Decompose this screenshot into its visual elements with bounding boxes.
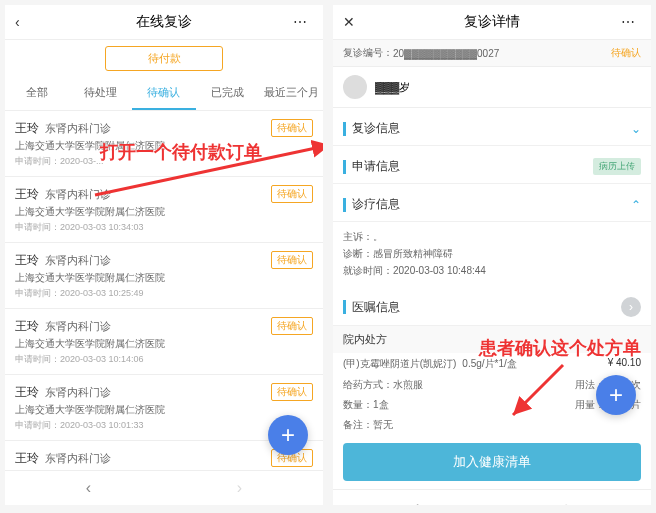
section-apply: 申请信息 病历上传 (333, 150, 651, 184)
item-hospital: 上海交通大学医学院附属仁济医院 (15, 205, 313, 219)
item-dept: 东肾内科门诊 (45, 451, 111, 466)
item-time: 申请时间：2020-03-03 10:25:49 (15, 287, 313, 300)
header: ‹ 在线复诊 ⋯ (5, 5, 323, 40)
item-status: 待确认 (271, 383, 313, 401)
nav-forward-icon[interactable]: › (237, 479, 242, 497)
item-dept: 东肾内科门诊 (45, 121, 111, 136)
section-followup: 复诊信息 ⌄ (333, 112, 651, 146)
item-hospital: 上海交通大学医学院附属仁济医院 (15, 337, 313, 351)
add-to-health-list-button[interactable]: 加入健康清单 (343, 443, 641, 481)
rx-price: ¥ 40.10 (608, 357, 641, 371)
item-status: 待确认 (271, 251, 313, 269)
close-icon[interactable]: ✕ (343, 14, 363, 30)
item-name: 王玲 (15, 186, 39, 203)
diagnosis-body: 主诉：。 诊断：感冒所致精神障碍 就诊时间：2020-03-03 10:48:4… (333, 222, 651, 285)
item-name: 王玲 (15, 252, 39, 269)
tab-confirm[interactable]: 待确认 (132, 77, 196, 110)
avatar (343, 75, 367, 99)
item-time: 申请时间：2020-03-03 10:34:03 (15, 221, 313, 234)
header: ✕ 复诊详情 ⋯ (333, 5, 651, 40)
tab-all[interactable]: 全部 (5, 77, 69, 110)
chevron-down-icon: ⌄ (631, 122, 641, 136)
tab-done[interactable]: 已完成 (196, 77, 260, 110)
svg-line-1 (513, 365, 563, 415)
arrow-red-right (503, 360, 583, 430)
rx-drug-name: (甲)克霉唑阴道片(凯妮汀) (343, 357, 456, 371)
patient-info: ▓▓▓岁 (375, 80, 410, 95)
bottom-nav: ‹ › (5, 470, 323, 505)
section-header-apply[interactable]: 申请信息 病历上传 (333, 150, 651, 184)
item-dept: 东肾内科门诊 (45, 319, 111, 334)
section-header-diagnosis[interactable]: 诊疗信息 ⌃ (333, 188, 651, 222)
item-name: 王玲 (15, 318, 39, 335)
add-button[interactable]: + (268, 415, 308, 455)
chevron-up-icon: ⌃ (631, 198, 641, 212)
item-hospital: 上海交通大学医学院附属仁济医院 (15, 271, 313, 285)
more-icon[interactable]: ⋯ (621, 14, 641, 30)
section-doctor-order: 医嘱信息 › 院内处方 (甲)克霉唑阴道片(凯妮汀) 0.5g/片*1/盒 ¥ … (333, 289, 651, 435)
order-no-label: 复诊编号： (343, 46, 393, 60)
item-hospital: 上海交通大学医学院附属仁济医院 (15, 403, 313, 417)
add-button[interactable]: + (596, 375, 636, 415)
nav-back-icon[interactable]: ‹ (414, 498, 419, 505)
section-header-doctor-order[interactable]: 医嘱信息 › (333, 289, 651, 326)
section-header-followup[interactable]: 复诊信息 ⌄ (333, 112, 651, 146)
tab-recent[interactable]: 最近三个月 (259, 77, 323, 110)
order-number-row: 复诊编号： 20▓▓▓▓▓▓▓▓▓▓0027 待确认 (333, 40, 651, 67)
rx-drug-row: (甲)克霉唑阴道片(凯妮汀) 0.5g/片*1/盒 ¥ 40.10 (333, 353, 651, 375)
rx-inner-title: 院内处方 (333, 326, 651, 353)
order-status: 待确认 (611, 46, 641, 60)
item-status: 待确认 (271, 317, 313, 335)
item-dept: 东肾内科门诊 (45, 385, 111, 400)
substatus-badge: 待付款 (105, 46, 223, 71)
tabs: 全部 待处理 待确认 已完成 最近三个月 (5, 77, 323, 111)
item-name: 王玲 (15, 384, 39, 401)
item-dept: 东肾内科门诊 (45, 253, 111, 268)
nav-forward-icon[interactable]: › (565, 498, 570, 505)
order-no: 20▓▓▓▓▓▓▓▓▓▓0027 (393, 48, 499, 59)
back-icon[interactable]: ‹ (15, 14, 35, 30)
list-item[interactable]: 王玲 东肾内科门诊 待确认 上海交通大学医学院附属仁济医院 申请时间：2020-… (5, 309, 323, 375)
more-icon[interactable]: ⋯ (293, 14, 313, 30)
arrow-red-left (90, 135, 323, 205)
page-title: 在线复诊 (35, 13, 293, 31)
item-name: 王玲 (15, 450, 39, 467)
tab-pending[interactable]: 待处理 (69, 77, 133, 110)
rx-note-row: 备注：暂无 (333, 415, 651, 435)
phone-left: ‹ 在线复诊 ⋯ 待付款 全部 待处理 待确认 已完成 最近三个月 王玲 东肾内… (5, 5, 323, 505)
bottom-nav: ‹ › (333, 489, 651, 505)
badge-upload: 病历上传 (593, 158, 641, 175)
nav-back-icon[interactable]: ‹ (86, 479, 91, 497)
patient-row: ▓▓▓岁 (333, 67, 651, 108)
item-name: 王玲 (15, 120, 39, 137)
phone-right: ✕ 复诊详情 ⋯ 复诊编号： 20▓▓▓▓▓▓▓▓▓▓0027 待确认 ▓▓▓岁… (333, 5, 651, 505)
list-item[interactable]: 王玲 东肾内科门诊 待确认 上海交通大学医学院附属仁济医院 申请时间：2020-… (5, 243, 323, 309)
arrow-right-icon[interactable]: › (621, 297, 641, 317)
section-diagnosis: 诊疗信息 ⌃ 主诉：。 诊断：感冒所致精神障碍 就诊时间：2020-03-03 … (333, 188, 651, 285)
page-title: 复诊详情 (363, 13, 621, 31)
item-time: 申请时间：2020-03-03 10:14:06 (15, 353, 313, 366)
svg-line-0 (95, 145, 323, 195)
